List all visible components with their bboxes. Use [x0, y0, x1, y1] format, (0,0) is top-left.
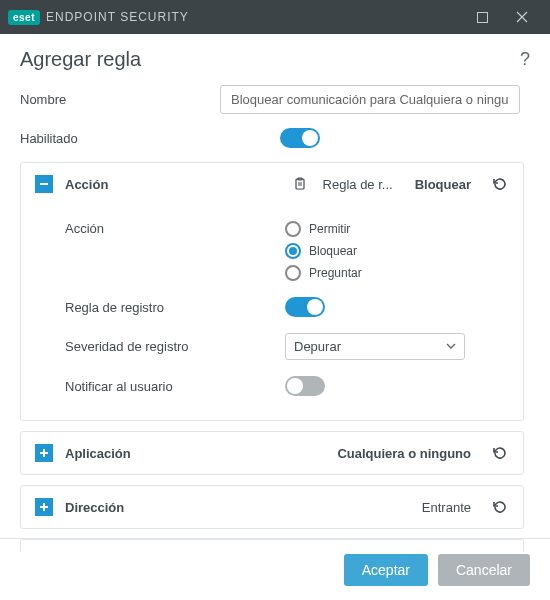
clipboard-icon — [293, 177, 307, 191]
svg-rect-1 — [40, 183, 48, 185]
section-direction-title: Dirección — [65, 500, 124, 515]
action-radio-ask[interactable]: Preguntar — [285, 265, 509, 281]
radio-icon — [285, 221, 301, 237]
brand-logo: eset — [8, 10, 40, 25]
section-application-value: Cualquiera o ninguno — [337, 446, 471, 461]
action-radio-block[interactable]: Bloquear — [285, 243, 509, 259]
section-direction: Dirección Entrante — [20, 485, 524, 529]
name-field-row: Nombre — [20, 85, 530, 114]
reset-icon[interactable] — [491, 498, 509, 516]
action-radio-label: Acción — [65, 221, 285, 236]
enabled-toggle[interactable] — [280, 128, 320, 148]
sections-container: Acción Regla de r... Bloquear Acción — [20, 162, 530, 552]
page-title: Agregar regla — [20, 48, 141, 71]
notify-toggle[interactable] — [285, 376, 325, 396]
section-application: Aplicación Cualquiera o ninguno — [20, 431, 524, 475]
chevron-down-icon — [446, 339, 456, 354]
help-icon[interactable]: ? — [520, 49, 530, 70]
radio-label: Permitir — [309, 222, 350, 236]
log-rule-label: Regla de registro — [65, 300, 285, 315]
svg-rect-7 — [40, 506, 48, 508]
reset-icon[interactable] — [491, 175, 509, 193]
window-maximize-button[interactable] — [462, 0, 502, 34]
enabled-field-row: Habilitado — [20, 128, 530, 148]
action-radio-allow[interactable]: Permitir — [285, 221, 509, 237]
section-action-title: Acción — [65, 177, 108, 192]
notify-label: Notificar al usuario — [65, 379, 285, 394]
section-direction-value: Entrante — [422, 500, 471, 515]
section-protocol: Protocolo IP TCP y UDP — [20, 539, 524, 552]
name-input[interactable] — [220, 85, 520, 114]
section-action-summary-label: Regla de r... — [323, 177, 393, 192]
severity-label: Severidad de registro — [65, 339, 285, 354]
section-application-title: Aplicación — [65, 446, 131, 461]
severity-select[interactable]: Depurar — [285, 333, 465, 360]
section-application-header[interactable]: Aplicación Cualquiera o ninguno — [21, 432, 523, 474]
brand-product: ENDPOINT SECURITY — [46, 10, 189, 24]
name-label: Nombre — [20, 92, 220, 107]
section-action-body: Acción Permitir Bloquear Preguntar — [21, 205, 523, 420]
section-action: Acción Regla de r... Bloquear Acción — [20, 162, 524, 421]
cancel-button[interactable]: Cancelar — [438, 554, 530, 586]
titlebar: eset ENDPOINT SECURITY — [0, 0, 550, 34]
brand: eset ENDPOINT SECURITY — [8, 10, 189, 25]
radio-icon — [285, 243, 301, 259]
radio-label: Bloquear — [309, 244, 357, 258]
window-close-button[interactable] — [502, 0, 542, 34]
ok-button[interactable]: Aceptar — [344, 554, 428, 586]
collapse-icon — [35, 175, 53, 193]
section-action-value: Bloquear — [415, 177, 471, 192]
section-direction-header[interactable]: Dirección Entrante — [21, 486, 523, 528]
section-protocol-header[interactable]: Protocolo IP TCP y UDP — [21, 540, 523, 552]
enabled-label: Habilitado — [20, 131, 220, 146]
radio-icon — [285, 265, 301, 281]
svg-rect-0 — [477, 12, 487, 22]
svg-rect-5 — [40, 452, 48, 454]
section-action-header[interactable]: Acción Regla de r... Bloquear — [21, 163, 523, 205]
reset-icon[interactable] — [491, 444, 509, 462]
radio-label: Preguntar — [309, 266, 362, 280]
page-header: Agregar regla ? — [20, 48, 530, 71]
expand-icon — [35, 444, 53, 462]
log-rule-toggle[interactable] — [285, 297, 325, 317]
expand-icon — [35, 498, 53, 516]
action-radio-group: Permitir Bloquear Preguntar — [285, 221, 509, 281]
severity-value: Depurar — [294, 339, 341, 354]
